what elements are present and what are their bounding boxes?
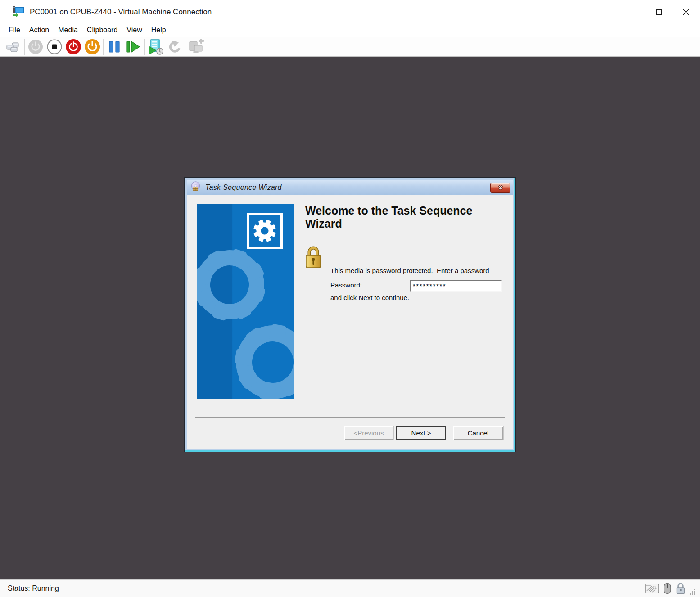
vmconnect-window: PC0001 on CPUB-Z440 - Virtual Machine Co…	[0, 0, 700, 597]
password-input[interactable]: **********	[410, 280, 502, 292]
dialog-body: Welcome to the Task Sequence Wizard	[187, 195, 513, 449]
reset-play-icon	[126, 40, 141, 54]
power-orange-icon	[84, 39, 100, 55]
toolbar-separator	[144, 39, 145, 55]
hyperv-app-icon	[12, 5, 24, 18]
footer-separator	[195, 417, 505, 418]
keyboard-keys-icon	[5, 40, 22, 53]
maximize-button[interactable]	[646, 0, 673, 23]
wizard-side-panel	[197, 204, 294, 399]
toolbar-separator	[24, 39, 25, 55]
password-label: Password:	[330, 281, 362, 289]
menu-bar: File Action Media Clipboard View Help	[0, 23, 700, 37]
password-masked-value: **********	[413, 283, 446, 289]
lock-icon	[304, 244, 322, 272]
toolbar-separator	[103, 39, 104, 55]
statusbar-separator	[78, 582, 78, 594]
menu-help[interactable]: Help	[147, 25, 171, 36]
undo-arrow-icon	[167, 40, 182, 54]
menu-action[interactable]: Action	[25, 25, 54, 36]
task-sequence-wizard-dialog: Task Sequence Wizard	[184, 177, 516, 452]
previous-button: < Previous	[344, 426, 393, 440]
checkpoint-server-icon	[147, 39, 164, 55]
stop-icon	[47, 39, 62, 54]
minimize-button[interactable]	[619, 0, 646, 23]
window-title: PC0001 on CPUB-Z440 - Virtual Machine Co…	[30, 8, 212, 17]
turn-off-button[interactable]	[64, 38, 83, 55]
power-start-icon	[28, 39, 43, 54]
ctrl-alt-del-button[interactable]	[4, 38, 23, 55]
stop-button[interactable]	[45, 38, 64, 55]
status-text: Status: Running	[8, 584, 59, 593]
wizard-message-line2: and click Next to continue.	[330, 293, 489, 302]
power-off-red-icon	[65, 39, 81, 55]
next-button[interactable]: Next >	[396, 426, 446, 440]
menu-file[interactable]: File	[4, 25, 25, 36]
wizard-disc-icon	[190, 181, 201, 193]
close-button[interactable]	[673, 0, 700, 23]
wizard-message-line1: This media is password protected. Enter …	[330, 266, 489, 275]
dialog-close-icon	[498, 185, 503, 190]
dialog-title: Task Sequence Wizard	[205, 184, 282, 192]
enhanced-session-icon	[188, 39, 205, 54]
cancel-button[interactable]: Cancel	[453, 426, 503, 440]
shut-down-button[interactable]	[83, 38, 102, 55]
menu-view[interactable]: View	[122, 25, 146, 36]
menu-clipboard[interactable]: Clipboard	[82, 25, 122, 36]
text-caret	[447, 282, 447, 290]
session-lock-icon	[676, 582, 686, 594]
maximize-icon	[656, 9, 662, 15]
status-bar: Status: Running	[0, 579, 700, 597]
toolbar-separator	[185, 39, 185, 55]
revert-button[interactable]	[165, 38, 184, 55]
vm-display-area: Task Sequence Wizard	[0, 57, 700, 579]
mouse-icon	[663, 583, 672, 594]
keyboard-icon	[645, 584, 659, 593]
enhanced-session-button[interactable]	[187, 38, 206, 55]
resize-grip[interactable]	[689, 588, 696, 595]
pause-icon	[108, 40, 121, 54]
menu-media[interactable]: Media	[54, 25, 82, 36]
close-icon	[683, 9, 689, 15]
start-button[interactable]	[26, 38, 45, 55]
checkpoint-button[interactable]	[146, 38, 165, 55]
dialog-close-button[interactable]	[490, 183, 510, 193]
dialog-titlebar[interactable]: Task Sequence Wizard	[187, 180, 513, 195]
configmgr-logo	[247, 213, 283, 249]
toolbar	[0, 37, 700, 57]
gear-icon	[250, 216, 280, 246]
pause-button[interactable]	[105, 38, 124, 55]
window-titlebar: PC0001 on CPUB-Z440 - Virtual Machine Co…	[0, 0, 700, 23]
reset-button[interactable]	[124, 38, 143, 55]
minimize-icon	[629, 12, 635, 12]
wizard-heading: Welcome to the Task Sequence Wizard	[305, 204, 494, 230]
